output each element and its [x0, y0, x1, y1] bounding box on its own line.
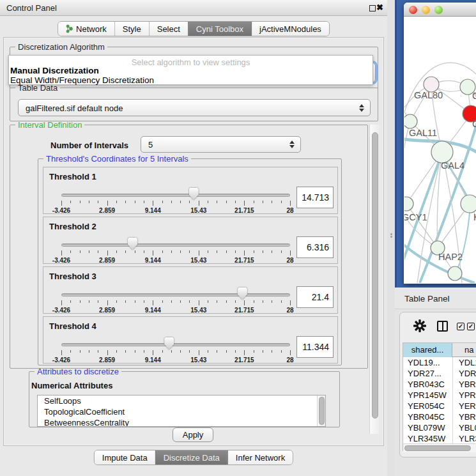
stepper-icon	[359, 104, 364, 112]
table-row[interactable]: YBL079WYBL0	[403, 422, 476, 433]
node-label: H	[473, 212, 476, 222]
table-row[interactable]: YER054CYER0	[403, 401, 476, 411]
network-node[interactable]	[404, 197, 413, 211]
tab-select[interactable]: Select	[149, 22, 188, 36]
cell-shared-name[interactable]: YER054C	[408, 401, 445, 411]
checkbox-icon[interactable]: ✓	[467, 323, 475, 330]
tab-infer-network[interactable]: Infer Network	[227, 450, 293, 464]
cell-shared-name[interactable]: YBL079W	[408, 422, 445, 433]
columns-icon[interactable]	[437, 321, 448, 332]
cell-shared-name[interactable]: YDL19...	[408, 357, 440, 368]
slider-tick-labels: -3.4262.8599.14415.4321.71528	[61, 307, 290, 314]
network-node[interactable]	[461, 195, 476, 213]
tab-network[interactable]: Network	[58, 22, 114, 36]
node-table[interactable]: shared... na YDL19...YDL1YDR27...YDR2YBR…	[403, 342, 476, 451]
tick-label: 9.144	[145, 307, 161, 314]
table-row[interactable]: YDR27...YDR2	[403, 368, 476, 379]
bottom-tabbar: Impute Data Discretize Data Infer Networ…	[94, 450, 293, 465]
dropdown-option-manual[interactable]: Manual Discretization	[10, 66, 99, 75]
slider-ticks	[61, 250, 290, 256]
dropdown-option-equal-width[interactable]: Equal Width/Frequency Discretization	[10, 75, 154, 85]
cell-name[interactable]: YER0	[459, 401, 476, 411]
network-canvas[interactable]: GAL80G.CGAL11GAL4GCY1HHAP2	[404, 17, 476, 283]
tab-jactivemnodules[interactable]: jActiveMNodules	[251, 22, 329, 36]
table-row[interactable]: YPR145WYPR1	[403, 390, 476, 401]
float-window-icon[interactable]	[369, 5, 376, 12]
table-horizontal-scrollbar[interactable]	[403, 443, 476, 452]
zoom-traffic-light-icon[interactable]	[434, 6, 443, 14]
table-row[interactable]: YBR043CYBR0	[403, 379, 476, 390]
slider-handle[interactable]	[164, 337, 174, 349]
table-row[interactable]: YBR045CYBR0	[403, 411, 476, 422]
cell-name[interactable]: YBR0	[459, 379, 476, 390]
cell-name[interactable]: YPR1	[459, 390, 476, 401]
tick-label: 28	[286, 357, 293, 364]
splitter-grip-icon[interactable]	[390, 233, 393, 238]
numerical-attributes-label: Numerical Attributes	[31, 381, 112, 390]
network-node[interactable]	[431, 141, 453, 163]
attribute-list-item[interactable]: TopologicalCoefficient	[38, 406, 325, 417]
node-label: GAL4	[441, 160, 464, 171]
cell-name[interactable]: YDL1	[459, 357, 476, 368]
group-title: Interval Definition	[15, 120, 84, 130]
attribute-list-item[interactable]: BetweennessCentrality	[38, 417, 325, 427]
threshold-value-field[interactable]: 21.4	[296, 286, 334, 308]
tab-discretize-data[interactable]: Discretize Data	[155, 450, 227, 464]
cell-name[interactable]: YBL0	[459, 422, 476, 433]
column-header-shared-name[interactable]: shared...	[403, 343, 452, 357]
tick-label: 2.859	[99, 307, 115, 314]
content-scrollbar-thumb[interactable]	[372, 132, 378, 418]
node-label: GAL80	[414, 90, 443, 100]
list-scrollbar-thumb[interactable]	[319, 397, 325, 425]
table-scrollbar-thumb[interactable]	[404, 445, 471, 451]
slider-handle[interactable]	[128, 238, 137, 250]
network-view-window[interactable]: GAL80G.CGAL11GAL4GCY1HHAP2	[404, 3, 476, 284]
column-divider	[452, 357, 453, 451]
apply-button[interactable]: Apply	[173, 427, 213, 442]
slider-track[interactable]	[61, 243, 290, 247]
table-row[interactable]: YDL19...YDL1	[403, 357, 476, 368]
group-table-data: Table Data galFiltered.sif default node	[10, 88, 378, 121]
close-traffic-light-icon[interactable]	[409, 6, 417, 14]
network-window-titlebar[interactable]	[404, 3, 476, 17]
attribute-list-item[interactable]: SelfLoops	[38, 395, 325, 406]
cell-shared-name[interactable]: YPR145W	[408, 390, 447, 401]
minimize-traffic-light-icon[interactable]	[422, 6, 430, 14]
table-panel-title: Table Panel	[404, 294, 450, 303]
tab-cyni-toolbox[interactable]: Cyni Toolbox	[188, 22, 251, 36]
tab-style[interactable]: Style	[114, 22, 149, 36]
table-row[interactable]: YLR345WYLR3	[403, 433, 476, 444]
slider-track[interactable]	[61, 343, 290, 346]
cell-shared-name[interactable]: YDR27...	[408, 368, 441, 379]
slider-handle[interactable]	[189, 188, 199, 200]
slider-track[interactable]	[61, 194, 290, 197]
tab-impute-data[interactable]: Impute Data	[95, 450, 155, 464]
stepper-icon	[289, 141, 295, 148]
column-header-name[interactable]: na	[464, 343, 473, 357]
network-node[interactable]	[448, 266, 462, 280]
cell-name[interactable]: YBR0	[459, 411, 476, 422]
table-data-combobox[interactable]: galFiltered.sif default node	[18, 99, 371, 116]
tick-label: 15.43	[190, 357, 206, 364]
cell-shared-name[interactable]: YLR345W	[408, 433, 445, 444]
cell-shared-name[interactable]: YBR043C	[408, 379, 445, 390]
close-icon[interactable]: ✖	[376, 3, 387, 12]
slider-handle[interactable]	[238, 288, 247, 300]
tick-label: 9.144	[145, 257, 161, 264]
list-scrollbar[interactable]	[317, 395, 325, 426]
node-label: GCY1	[404, 212, 427, 222]
cell-name[interactable]: YDR2	[459, 368, 476, 379]
threshold-label: Threshold 3	[49, 272, 96, 281]
content-scrollbar[interactable]	[369, 125, 380, 434]
number-of-intervals-combobox[interactable]: 5	[141, 136, 301, 153]
checkbox-icon[interactable]: ✓	[457, 323, 464, 330]
slider-track[interactable]	[61, 293, 290, 296]
threshold-value-field[interactable]: 11.344	[296, 336, 334, 358]
cell-shared-name[interactable]: YBR045C	[408, 411, 445, 422]
cell-name[interactable]: YLR3	[459, 433, 476, 444]
numerical-attributes-list[interactable]: SelfLoopsTopologicalCoefficientBetweenne…	[37, 395, 326, 427]
gear-icon[interactable]	[413, 319, 426, 332]
threshold-value-field[interactable]: 14.713	[296, 187, 334, 208]
network-node[interactable]	[404, 114, 417, 128]
threshold-value-field[interactable]: 6.316	[296, 236, 334, 258]
